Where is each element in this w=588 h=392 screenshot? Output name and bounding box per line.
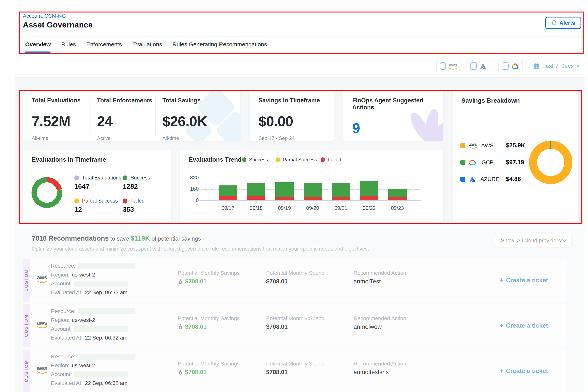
aws-checkbox[interactable] bbox=[440, 62, 446, 70]
x-axis-tick bbox=[313, 201, 313, 203]
create-ticket-button[interactable]: + Create a ticket bbox=[500, 276, 548, 284]
savings-timeframe-value: $0.00 bbox=[258, 113, 320, 130]
failed-segment bbox=[304, 197, 322, 200]
azure-icon bbox=[468, 176, 476, 182]
legend-item-aws: aws AWS $25.9K bbox=[460, 141, 494, 150]
custom-tag: CUSTOM bbox=[23, 259, 30, 302]
create-ticket-button[interactable]: + Create a ticket bbox=[500, 322, 548, 329]
svg-text:$: $ bbox=[180, 326, 182, 329]
savings-breakdown-card: Savings Breakdown aws AWS $25.9K GCP $97… bbox=[452, 91, 578, 222]
tab-overview[interactable]: Overview bbox=[25, 41, 51, 48]
azure-legend-name: AZURE bbox=[480, 176, 499, 182]
stacked-bar-09/19 bbox=[275, 182, 294, 200]
success-dot bbox=[242, 158, 246, 162]
failed-segment bbox=[360, 196, 378, 200]
x-axis-tick-label: 09/18 bbox=[244, 205, 268, 211]
x-axis-tick bbox=[228, 201, 228, 203]
header-divider bbox=[15, 36, 584, 37]
total-savings-value: $26.0K bbox=[162, 113, 207, 130]
recommendations-heading-suffix: of potential savings bbox=[152, 236, 201, 242]
resource-info: Resource: Region:us-west-2 Account: Eval… bbox=[51, 352, 136, 388]
tab-enforcements[interactable]: Enforcements bbox=[86, 41, 122, 48]
alerts-button[interactable]: Alerts bbox=[545, 17, 581, 29]
x-axis-tick bbox=[284, 201, 285, 203]
tab-rules-generating-recommendations[interactable]: Rules Generating Recommendations bbox=[172, 41, 267, 48]
donut-hole bbox=[37, 182, 57, 203]
recommendation-row: CUSTOM aws Resource: Region:us-west-2 Ac… bbox=[23, 259, 567, 302]
account-label: Account: bbox=[51, 371, 72, 378]
stacked-bar-09/21 bbox=[332, 183, 350, 200]
failed-label: Failed bbox=[328, 157, 341, 163]
cloud-provider-filter-dropdown[interactable]: Show: All cloud providers bbox=[495, 234, 572, 248]
partial-success-segment bbox=[247, 200, 265, 200]
svg-text:$: $ bbox=[180, 372, 182, 374]
success-segment bbox=[388, 189, 406, 197]
gcp-checkbox[interactable] bbox=[502, 62, 509, 70]
date-range-selector[interactable]: Last 7 Days bbox=[533, 60, 580, 72]
redacted-account-value bbox=[74, 280, 128, 287]
success-segment bbox=[332, 183, 350, 196]
failed-label: Failed bbox=[130, 198, 145, 204]
legend-failed: Failed bbox=[123, 198, 145, 204]
evaluated-at-value: 22 Sep, 06:32 am bbox=[85, 335, 128, 341]
tab-evaluations[interactable]: Evaluations bbox=[132, 41, 162, 48]
recommended-action-label: Recommended Action bbox=[354, 361, 406, 367]
partial-success-label: Partial Success bbox=[283, 157, 317, 163]
failed-segment bbox=[247, 196, 265, 200]
alerts-label: Alerts bbox=[559, 20, 575, 26]
failed-segment bbox=[332, 197, 350, 200]
stacked-bar-09/18 bbox=[247, 183, 265, 200]
account-breadcrumb-link[interactable]: Account: CCM-NG bbox=[23, 13, 66, 19]
cloud-provider-filter-label: Show: All cloud providers bbox=[501, 238, 561, 244]
chevron-down-icon bbox=[576, 66, 580, 68]
x-axis-tick-label: 09/23 bbox=[386, 205, 409, 211]
legend-total-evaluations: Total Evaluations bbox=[74, 175, 121, 181]
tab-rules[interactable]: Rules bbox=[61, 41, 76, 48]
evaluated-at-value: 22 Sep, 06:32 am bbox=[85, 290, 128, 296]
potential-monthly-savings-value: $ $708.01 bbox=[178, 278, 206, 285]
evaluations-timeframe-title: Evaluations in Timeframe bbox=[32, 156, 106, 163]
plus-icon: + bbox=[500, 322, 504, 329]
aws-filter-toggle[interactable]: aws bbox=[436, 60, 461, 72]
evaluated-at-value: 22 Sep, 06:32 am bbox=[85, 380, 128, 386]
account-label: Account: bbox=[51, 326, 72, 332]
svg-text:$: $ bbox=[180, 281, 182, 284]
resource-label: Resource: bbox=[51, 354, 76, 360]
recommendations-heading-text: to save bbox=[110, 236, 129, 242]
x-axis-tick-label: 09/22 bbox=[358, 205, 381, 211]
total-evaluations-dot bbox=[74, 176, 79, 180]
savings-in-timeframe-card: Savings in Timeframe $0.00 Sep 17 - Sep … bbox=[250, 91, 334, 141]
y-axis-tick-label: 320 bbox=[182, 175, 199, 181]
gridline bbox=[201, 178, 420, 178]
custom-tag: CUSTOM bbox=[23, 350, 30, 392]
plus-icon: + bbox=[500, 367, 504, 374]
x-axis-tick-label: 09/19 bbox=[273, 205, 296, 211]
savings-breakdown-title: Savings Breakdown bbox=[461, 97, 520, 104]
x-axis-tick bbox=[256, 201, 256, 203]
bell-icon bbox=[551, 20, 557, 26]
region-value: us-west-2 bbox=[72, 317, 95, 323]
total-evaluations-label: Total Evaluations bbox=[82, 175, 121, 181]
gcp-filter-toggle[interactable] bbox=[498, 60, 523, 72]
resource-info: Resource: Region:us-west-2 Account: Eval… bbox=[51, 262, 136, 297]
region-label: Region: bbox=[51, 317, 70, 323]
aws-legend-chip bbox=[460, 143, 466, 148]
azure-filter-toggle[interactable] bbox=[466, 60, 491, 72]
success-label: Success bbox=[130, 175, 150, 181]
total-evaluations-title: Total Evaluations bbox=[32, 97, 80, 104]
gcp-legend-name: GCP bbox=[482, 159, 494, 166]
custom-tag: CUSTOM bbox=[23, 304, 30, 347]
azure-legend-value: $4.88 bbox=[506, 176, 521, 182]
account-label: Account: bbox=[51, 280, 72, 287]
total-evaluations-count: 1647 bbox=[74, 182, 89, 190]
failed-segment bbox=[388, 197, 406, 200]
finops-agent-value: 9 bbox=[352, 120, 443, 136]
azure-checkbox[interactable] bbox=[470, 62, 477, 70]
create-ticket-button[interactable]: + Create a ticket bbox=[500, 367, 548, 374]
gcp-legend-value: $97.19 bbox=[506, 159, 524, 166]
redacted-resource-value bbox=[78, 308, 136, 314]
region-value: us-west-2 bbox=[72, 272, 95, 278]
failed-count: 353 bbox=[123, 206, 134, 213]
date-range-label: Last 7 Days bbox=[542, 63, 574, 70]
recommendations-count: 7818 Recommendations bbox=[32, 234, 109, 242]
